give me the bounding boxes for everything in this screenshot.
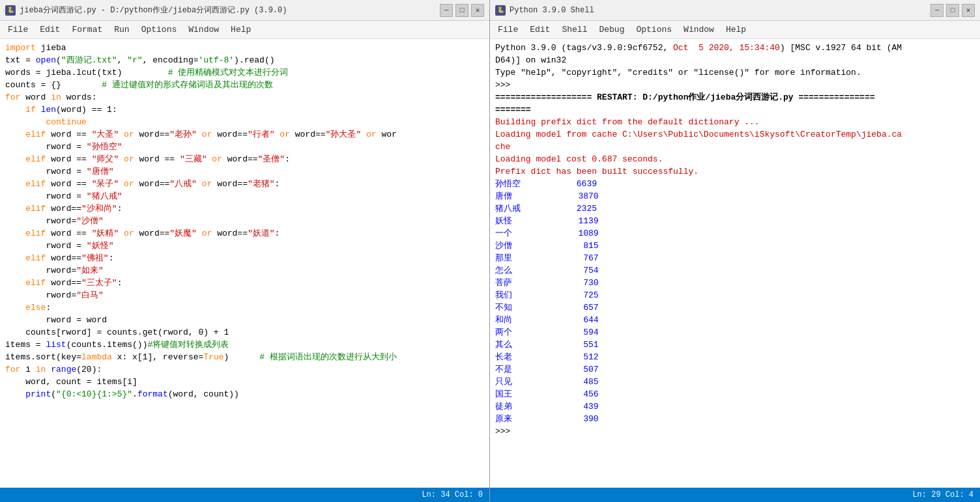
left-title-bar: 🐍 jieba分词西游记.py - D:/python作业/jieba分词西游记… bbox=[0, 0, 489, 21]
right-menu-bar: File Edit Shell Debug Options Window Hel… bbox=[490, 21, 980, 39]
shell-line-7: Loading model from cache C:\Users\Public… bbox=[495, 128, 975, 141]
right-app-icon: 🐍 bbox=[495, 5, 506, 16]
shell-line-11: 孙悟空 6639 bbox=[495, 178, 975, 190]
code-line-16: elif word=="沙和尚": bbox=[5, 202, 484, 215]
code-line-29: items.sort(key=lambda x: x[1], reverse=T… bbox=[5, 351, 484, 363]
menu-options-left[interactable]: Options bbox=[136, 23, 182, 36]
right-title-left: 🐍 Python 3.9.0 Shell bbox=[495, 5, 594, 16]
menu-debug-right[interactable]: Debug bbox=[594, 23, 629, 36]
code-line-24: else: bbox=[5, 301, 484, 314]
shell-line-10: Prefix dict has been built successfully. bbox=[495, 165, 975, 178]
left-menu-bar: File Edit Format Run Options Window Help bbox=[0, 21, 489, 39]
menu-help-left[interactable]: Help bbox=[225, 23, 256, 36]
shell-line-23: 两个 594 bbox=[495, 326, 975, 339]
shell-line-5b: ======= bbox=[495, 104, 975, 116]
right-title-bar: 🐍 Python 3.9.0 Shell ─ □ ✕ bbox=[490, 0, 980, 21]
shell-output[interactable]: Python 3.9.0 (tags/v3.9.0:9cf6752, Oct 5… bbox=[490, 39, 980, 488]
shell-line-13: 猪八戒 2325 bbox=[495, 202, 975, 215]
shell-line-1: Python 3.9.0 (tags/v3.9.0:9cf6752, Oct 5… bbox=[495, 42, 975, 54]
code-editor[interactable]: import jieba txt = open("西游记.txt", "r", … bbox=[0, 39, 489, 488]
left-title-text: jieba分词西游记.py - D:/python作业/jieba分词西游记.p… bbox=[20, 5, 287, 16]
shell-line-6: Building prefix dict from the default di… bbox=[495, 116, 975, 128]
code-line-22: elif word=="三太子": bbox=[5, 277, 484, 289]
code-line-4: words = jieba.lcut(txt) # 使用精确模式对文本进行分词 bbox=[5, 66, 484, 79]
shell-line-29: 徒弟 439 bbox=[495, 400, 975, 413]
code-line-11: rword = "孙悟空" bbox=[5, 141, 484, 153]
menu-file-left[interactable]: File bbox=[3, 23, 33, 36]
shell-line-19: 菩萨 730 bbox=[495, 277, 975, 289]
code-line-21: rword="如来" bbox=[5, 264, 484, 277]
right-title-text: Python 3.9.0 Shell bbox=[510, 6, 594, 15]
menu-options-right[interactable]: Options bbox=[631, 23, 677, 36]
shell-line-2: D64)] on win32 bbox=[495, 54, 975, 66]
menu-file-right[interactable]: File bbox=[493, 23, 523, 36]
right-window-controls: ─ □ ✕ bbox=[930, 4, 975, 17]
menu-window-right[interactable]: Window bbox=[678, 23, 719, 36]
code-line-14: elif word == "呆子" or word=="八戒" or word=… bbox=[5, 178, 484, 190]
menu-help-right[interactable]: Help bbox=[721, 23, 751, 36]
code-line-23: rword="白马" bbox=[5, 289, 484, 301]
code-line-26: counts[rword] = counts.get(rword, 0) + 1 bbox=[5, 326, 484, 339]
shell-line-20: 我们 725 bbox=[495, 289, 975, 301]
code-line-3: txt = open("西游记.txt", "r", encoding='utf… bbox=[5, 54, 484, 66]
code-line-19: rword = "妖怪" bbox=[5, 240, 484, 252]
shell-line-31: >>> bbox=[495, 425, 975, 438]
code-line-9: continue bbox=[5, 116, 484, 128]
right-minimize-btn[interactable]: ─ bbox=[930, 4, 944, 17]
shell-line-14: 妖怪 1139 bbox=[495, 215, 975, 227]
shell-line-27: 只见 485 bbox=[495, 376, 975, 388]
code-line-8: if len(word) == 1: bbox=[5, 104, 484, 116]
menu-shell-right[interactable]: Shell bbox=[556, 23, 592, 36]
shell-line-30: 原来 390 bbox=[495, 413, 975, 425]
menu-edit-right[interactable]: Edit bbox=[525, 23, 555, 36]
code-line-1: import jieba bbox=[5, 42, 484, 54]
code-line-7: for word in words: bbox=[5, 91, 484, 104]
left-app-icon: 🐍 bbox=[5, 5, 16, 16]
right-maximize-btn[interactable]: □ bbox=[946, 4, 959, 17]
right-close-btn[interactable]: ✕ bbox=[962, 4, 975, 17]
code-line-31: for i in range(20): bbox=[5, 363, 484, 376]
shell-line-15: 一个 1089 bbox=[495, 227, 975, 240]
shell-line-5: =================== RESTART: D:/python作业… bbox=[495, 91, 975, 104]
code-line-13: rword = "唐僧" bbox=[5, 165, 484, 178]
shell-line-24: 其么 551 bbox=[495, 339, 975, 351]
menu-run-left[interactable]: Run bbox=[109, 23, 134, 36]
code-line-28: items = list(counts.items())#将键值对转换成列表 bbox=[5, 339, 484, 351]
code-line-10: elif word == "大圣" or word=="老孙" or word=… bbox=[5, 128, 484, 141]
shell-line-18: 怎么 754 bbox=[495, 264, 975, 277]
shell-line-25: 长老 512 bbox=[495, 351, 975, 363]
menu-format-left[interactable]: Format bbox=[66, 23, 108, 36]
menu-window-left[interactable]: Window bbox=[183, 23, 224, 36]
right-status-bar: Ln: 29 Col: 4 bbox=[490, 488, 980, 502]
left-title-left: 🐍 jieba分词西游记.py - D:/python作业/jieba分词西游记… bbox=[5, 5, 287, 16]
right-status-text: Ln: 29 Col: 4 bbox=[912, 490, 973, 499]
shell-line-26: 不是 507 bbox=[495, 363, 975, 376]
shell-line-17: 那里 767 bbox=[495, 252, 975, 264]
shell-line-22: 和尚 644 bbox=[495, 314, 975, 326]
menu-edit-left[interactable]: Edit bbox=[35, 23, 65, 36]
left-maximize-btn[interactable]: □ bbox=[455, 4, 468, 17]
left-window-controls: ─ □ ✕ bbox=[440, 4, 484, 17]
left-close-btn[interactable]: ✕ bbox=[471, 4, 484, 17]
shell-line-4: >>> bbox=[495, 79, 975, 91]
code-line-33: print("{0:<10}{1:>5}".format(word, count… bbox=[5, 388, 484, 400]
left-status-text: Ln: 34 Col: 0 bbox=[422, 490, 483, 499]
shell-line-16: 沙僧 815 bbox=[495, 240, 975, 252]
shell-line-8: che bbox=[495, 141, 975, 153]
left-minimize-btn[interactable]: ─ bbox=[440, 4, 453, 17]
code-line-17: rword="沙僧" bbox=[5, 215, 484, 227]
code-line-32: word, count = items[i] bbox=[5, 376, 484, 388]
code-line-5: counts = {} # 通过键值对的形式存储词语及其出现的次数 bbox=[5, 79, 484, 91]
code-line-18: elif word == "妖精" or word=="妖魔" or word=… bbox=[5, 227, 484, 240]
left-status-bar: Ln: 34 Col: 0 bbox=[0, 488, 489, 502]
code-line-15: rword = "猪八戒" bbox=[5, 190, 484, 202]
code-line-20: elif word=="佛祖": bbox=[5, 252, 484, 264]
right-shell-panel: 🐍 Python 3.9.0 Shell ─ □ ✕ File Edit She… bbox=[490, 0, 980, 502]
code-line-12: elif word == "师父" or word == "三藏" or wor… bbox=[5, 153, 484, 165]
shell-line-12: 唐僧 3870 bbox=[495, 190, 975, 202]
code-line-25: rword = word bbox=[5, 314, 484, 326]
shell-line-3: Type "help", "copyright", "credits" or "… bbox=[495, 66, 975, 79]
shell-line-21: 不知 657 bbox=[495, 301, 975, 314]
shell-line-9: Loading model cost 0.687 seconds. bbox=[495, 153, 975, 165]
left-editor-panel: 🐍 jieba分词西游记.py - D:/python作业/jieba分词西游记… bbox=[0, 0, 490, 502]
